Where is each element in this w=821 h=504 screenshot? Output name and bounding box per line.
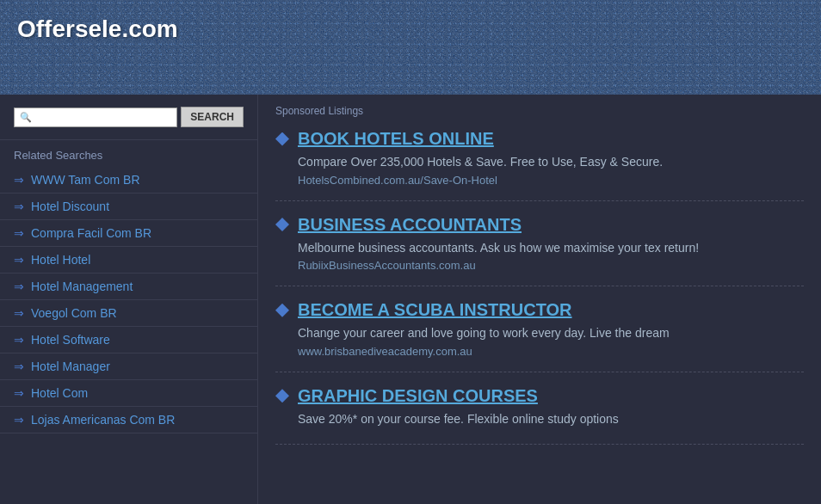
bullet-icon <box>275 132 289 146</box>
listing-description: Save 20%* on your course fee. Flexible o… <box>298 411 804 428</box>
sidebar-link[interactable]: Hotel Hotel <box>31 253 90 267</box>
arrow-icon: ⇒ <box>14 360 24 373</box>
sidebar-item[interactable]: ⇒ Hotel Management <box>0 274 257 300</box>
arrow-icon: ⇒ <box>14 386 24 400</box>
sidebar-item[interactable]: ⇒ Hotel Hotel <box>0 247 257 274</box>
sidebar-link[interactable]: Hotel Discount <box>31 200 109 213</box>
listing-url: RubiixBusinessAccountants.com.au <box>298 259 804 272</box>
main-content: 🔍 SEARCH Related Searches ⇒ WWW Tam Com … <box>0 95 821 504</box>
arrow-icon: ⇒ <box>14 200 24 213</box>
site-title: Offersele.com <box>0 0 821 58</box>
search-icon: 🔍 <box>20 112 32 123</box>
arrow-icon: ⇒ <box>14 413 24 427</box>
sidebar-item[interactable]: ⇒ Hotel Manager <box>0 353 257 380</box>
sidebar-link[interactable]: Voegol Com BR <box>31 306 117 320</box>
listings-container: BOOK HOTELS ONLINE Compare Over 235,000 … <box>275 129 804 445</box>
listing-header: GRAPHIC DESIGN COURSES <box>275 386 804 406</box>
listing-item: BOOK HOTELS ONLINE Compare Over 235,000 … <box>275 129 804 201</box>
search-input[interactable] <box>35 111 171 124</box>
arrow-icon: ⇒ <box>14 333 24 347</box>
search-button[interactable]: SEARCH <box>181 107 244 127</box>
listing-header: BUSINESS ACCOUNTANTS <box>275 215 804 235</box>
listing-title[interactable]: BOOK HOTELS ONLINE <box>298 129 494 149</box>
arrow-icon: ⇒ <box>14 173 24 187</box>
listing-title[interactable]: BUSINESS ACCOUNTANTS <box>298 215 522 235</box>
listing-description: Compare Over 235,000 Hotels & Save. Free… <box>298 154 804 171</box>
sidebar-link[interactable]: Hotel Manager <box>31 360 110 373</box>
arrow-icon: ⇒ <box>14 280 24 293</box>
arrow-icon: ⇒ <box>14 226 24 240</box>
sidebar-link[interactable]: Hotel Management <box>31 280 133 293</box>
sidebar: 🔍 SEARCH Related Searches ⇒ WWW Tam Com … <box>0 95 258 504</box>
listing-item: GRAPHIC DESIGN COURSES Save 20%* on your… <box>275 386 804 446</box>
listing-title[interactable]: GRAPHIC DESIGN COURSES <box>298 386 538 406</box>
sidebar-link[interactable]: Hotel Software <box>31 333 110 347</box>
sidebar-item[interactable]: ⇒ WWW Tam Com BR <box>0 167 257 194</box>
sidebar-link[interactable]: Compra Facil Com BR <box>31 226 151 240</box>
search-input-wrapper: 🔍 <box>14 108 177 127</box>
sidebar-item[interactable]: ⇒ Hotel Com <box>0 380 257 407</box>
listing-item: BUSINESS ACCOUNTANTS Melbourne business … <box>275 215 804 287</box>
bullet-icon <box>275 218 289 231</box>
listing-title[interactable]: BECOME A SCUBA INSTRUCTOR <box>298 300 572 320</box>
listing-header: BOOK HOTELS ONLINE <box>275 129 804 149</box>
search-bar: 🔍 SEARCH <box>0 95 257 140</box>
sponsored-label: Sponsored Listings <box>275 105 804 117</box>
listing-url: www.brisbanediveacademy.com.au <box>298 345 804 358</box>
bullet-icon <box>275 304 289 317</box>
sidebar-link[interactable]: WWW Tam Com BR <box>31 173 140 187</box>
listing-description: Melbourne business accountants. Ask us h… <box>298 240 804 257</box>
bullet-icon <box>275 389 289 403</box>
sidebar-link[interactable]: Lojas Americanas Com BR <box>31 413 175 427</box>
sidebar-link[interactable]: Hotel Com <box>31 386 88 400</box>
content-area: Sponsored Listings BOOK HOTELS ONLINE Co… <box>258 95 821 504</box>
header-banner: Offersele.com <box>0 0 821 95</box>
sidebar-item[interactable]: ⇒ Hotel Discount <box>0 194 257 220</box>
sidebar-list: ⇒ WWW Tam Com BR ⇒ Hotel Discount ⇒ Comp… <box>0 167 257 433</box>
sidebar-item[interactable]: ⇒ Voegol Com BR <box>0 300 257 327</box>
listing-header: BECOME A SCUBA INSTRUCTOR <box>275 300 804 320</box>
listing-url: HotelsCombined.com.au/Save-On-Hotel <box>298 174 804 187</box>
listing-description: Change your career and love going to wor… <box>298 325 804 342</box>
sidebar-item[interactable]: ⇒ Hotel Software <box>0 327 257 353</box>
sidebar-item[interactable]: ⇒ Compra Facil Com BR <box>0 220 257 247</box>
arrow-icon: ⇒ <box>14 306 24 320</box>
listing-item: BECOME A SCUBA INSTRUCTOR Change your ca… <box>275 300 804 372</box>
arrow-icon: ⇒ <box>14 253 24 267</box>
sidebar-item[interactable]: ⇒ Lojas Americanas Com BR <box>0 407 257 433</box>
related-searches-label: Related Searches <box>0 140 257 167</box>
